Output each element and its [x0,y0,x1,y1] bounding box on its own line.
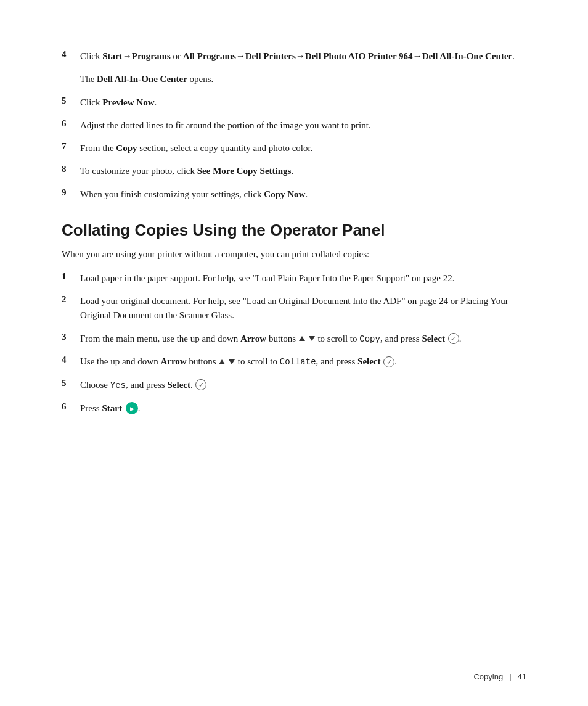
list-item: 3 From the main menu, use the up and dow… [62,332,526,347]
item-number: 6 [62,118,80,129]
item-content: Adjust the dotted lines to fit around th… [80,118,526,133]
item-number: 7 [62,141,80,152]
footer-section: Copying [473,672,503,681]
list-item: 5 Click Preview Now. [62,96,526,110]
list-item: 2 Load your original document. For help,… [62,294,526,323]
footer-divider: | [509,672,511,681]
item-sub: The Dell All-In-One Center opens. [80,72,526,86]
item-number: 3 [62,332,80,342]
start-icon [126,402,138,414]
item-content: Load your original document. For help, s… [80,294,526,323]
footer: Copying | 41 [473,672,526,681]
up-arrow-icon [219,359,225,364]
page: 4 Click Start→Programs or All Programs→D… [0,0,588,706]
item-content: Click Start→Programs or All Programs→Del… [80,49,526,64]
list-item: 9 When you finish customizing your setti… [62,187,526,202]
list-item: 8 To customize your photo, click See Mor… [62,164,526,178]
item-content: When you finish customizing your setting… [80,187,526,202]
list-item: 6 Adjust the dotted lines to fit around … [62,118,526,133]
item-number: 9 [62,187,80,198]
item-content: Click Preview Now. [80,96,526,110]
item-number: 2 [62,294,80,305]
item-content: Load paper in the paper support. For hel… [80,271,526,285]
list-item: 4 Use the up and down Arrow buttons to s… [62,355,526,369]
item-content: Choose Yes, and press Select. [80,378,526,393]
list-item: 1 Load paper in the paper support. For h… [62,271,526,285]
list-item: 7 From the Copy section, select a copy q… [62,141,526,155]
item-number: 5 [62,378,80,388]
item-number: 4 [62,49,80,60]
item-number: 4 [62,355,80,365]
item-number: 5 [62,96,80,106]
down-arrow-icon [309,336,315,341]
list-item: 5 Choose Yes, and press Select. [62,378,526,393]
select-icon [195,379,206,390]
footer-page-number: 41 [518,672,526,681]
down-arrow-icon [229,359,235,364]
item-number: 8 [62,164,80,174]
item-content: Press Start . [80,401,526,416]
item-content: To customize your photo, click See More … [80,164,526,178]
section-intro: When you are using your printer without … [62,247,526,261]
select-icon [448,333,459,344]
item-content: Use the up and down Arrow buttons to scr… [80,355,526,369]
item-content: From the Copy section, select a copy qua… [80,141,526,155]
up-arrow-icon [299,336,305,341]
list-item: 6 Press Start . [62,401,526,416]
list-item: 4 Click Start→Programs or All Programs→D… [62,49,526,64]
section-heading: Collating Copies Using the Operator Pane… [62,220,526,241]
item-number: 6 [62,401,80,412]
top-section: 4 Click Start→Programs or All Programs→D… [62,49,526,202]
item-content: From the main menu, use the up and down … [80,332,526,347]
select-icon [383,356,394,367]
item-number: 1 [62,271,80,282]
